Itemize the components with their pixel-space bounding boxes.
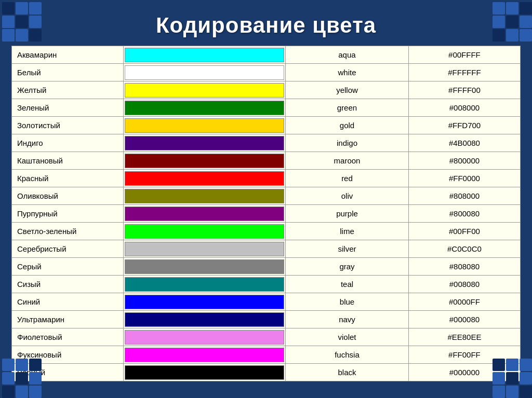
color-hex-code: #808080 bbox=[408, 258, 520, 276]
color-name-russian: Пурпурный bbox=[12, 205, 124, 223]
table-row: Белыйwhite#FFFFFF bbox=[12, 64, 521, 81]
corner-decoration-bottom-left bbox=[0, 356, 42, 398]
color-swatch bbox=[125, 330, 284, 345]
color-hex-code: #000080 bbox=[408, 311, 520, 328]
color-swatch-cell bbox=[124, 117, 286, 134]
color-name-russian: Фиолетовый bbox=[12, 328, 124, 346]
color-hex-code: #808000 bbox=[408, 187, 520, 205]
color-swatch-cell bbox=[124, 99, 286, 117]
color-hex-code: #FFD700 bbox=[408, 117, 520, 134]
color-swatch bbox=[125, 136, 284, 150]
color-swatch bbox=[125, 348, 284, 362]
color-swatch-cell bbox=[124, 64, 286, 81]
table-row: Фиолетовыйviolet#EE80EE bbox=[12, 328, 521, 346]
color-swatch bbox=[125, 295, 284, 309]
table-row: Пурпурныйpurple#800080 bbox=[12, 205, 521, 223]
color-swatch-cell bbox=[124, 205, 286, 223]
color-name-english: green bbox=[286, 99, 409, 117]
color-swatch-cell bbox=[124, 346, 286, 364]
color-hex-code: #008000 bbox=[408, 99, 520, 117]
color-swatch bbox=[125, 83, 284, 98]
color-swatch bbox=[125, 242, 284, 256]
color-name-russian: Ультрамарин bbox=[12, 311, 124, 328]
color-hex-code: #0000FF bbox=[408, 293, 520, 311]
color-swatch-cell bbox=[124, 187, 286, 205]
color-swatch-cell bbox=[124, 223, 286, 240]
table-row: Серыйgray#808080 bbox=[12, 258, 521, 276]
color-swatch-cell bbox=[124, 152, 286, 170]
table-row: Зеленыйgreen#008000 bbox=[12, 99, 521, 117]
color-hex-code: #FFFFFF bbox=[408, 64, 520, 81]
color-name-english: indigo bbox=[286, 134, 409, 152]
color-swatch bbox=[125, 259, 284, 274]
color-name-english: navy bbox=[286, 311, 409, 328]
table-row: Ультрамаринnavy#000080 bbox=[12, 311, 521, 328]
color-swatch-cell bbox=[124, 81, 286, 99]
color-name-english: white bbox=[286, 64, 409, 81]
color-hex-code: #800080 bbox=[408, 205, 520, 223]
color-name-english: maroon bbox=[286, 152, 409, 170]
color-swatch-cell bbox=[124, 170, 286, 187]
color-swatch bbox=[125, 101, 284, 115]
color-swatch-cell bbox=[124, 134, 286, 152]
color-swatch bbox=[125, 48, 284, 62]
color-hex-code: #00FFFF bbox=[408, 46, 520, 64]
corner-decoration-bottom-right bbox=[490, 356, 532, 398]
color-name-russian: Оливковый bbox=[12, 187, 124, 205]
color-name-russian: Аквамарин bbox=[12, 46, 124, 64]
color-name-russian: Желтый bbox=[12, 81, 124, 99]
color-name-russian: Серебристый bbox=[12, 240, 124, 258]
color-name-russian: Серый bbox=[12, 258, 124, 276]
table-row: Черныйblack#000000 bbox=[12, 364, 521, 381]
table-row: Серебристыйsilver#C0C0C0 bbox=[12, 240, 521, 258]
table-row: Светло-зеленыйlime#00FF00 bbox=[12, 223, 521, 240]
color-swatch bbox=[125, 277, 284, 292]
color-name-russian: Синий bbox=[12, 293, 124, 311]
color-hex-code: #800000 bbox=[408, 152, 520, 170]
table-row: Аквамаринaqua#00FFFF bbox=[12, 46, 521, 64]
color-hex-code: #4B0080 bbox=[408, 134, 520, 152]
color-table: Аквамаринaqua#00FFFFБелыйwhite#FFFFFFЖел… bbox=[11, 46, 521, 381]
table-row: Желтыйyellow#FFFF00 bbox=[12, 81, 521, 99]
color-name-russian: Золотистый bbox=[12, 117, 124, 134]
corner-decoration-top-right bbox=[490, 0, 532, 42]
color-name-english: gray bbox=[286, 258, 409, 276]
color-name-russian: Индиго bbox=[12, 134, 124, 152]
color-swatch bbox=[125, 171, 284, 186]
table-row: Каштановыйmaroon#800000 bbox=[12, 152, 521, 170]
color-hex-code: #00FF00 bbox=[408, 223, 520, 240]
table-row: Сизыйteal#008080 bbox=[12, 276, 521, 293]
color-name-english: lime bbox=[286, 223, 409, 240]
color-name-english: teal bbox=[286, 276, 409, 293]
color-swatch bbox=[125, 207, 284, 221]
color-name-russian: Белый bbox=[12, 64, 124, 81]
corner-decoration-top-left bbox=[0, 0, 42, 42]
color-name-english: red bbox=[286, 170, 409, 187]
color-swatch-cell bbox=[124, 328, 286, 346]
color-swatch bbox=[125, 189, 284, 203]
color-name-russian: Сизый bbox=[12, 276, 124, 293]
color-swatch bbox=[125, 312, 284, 327]
color-name-english: blue bbox=[286, 293, 409, 311]
color-name-english: black bbox=[286, 364, 409, 381]
color-swatch-cell bbox=[124, 240, 286, 258]
table-row: Оливковыйoliv#808000 bbox=[12, 187, 521, 205]
color-swatch bbox=[125, 65, 284, 80]
color-hex-code: #EE80EE bbox=[408, 328, 520, 346]
color-name-russian: Зеленый bbox=[12, 99, 124, 117]
color-hex-code: #FFFF00 bbox=[408, 81, 520, 99]
color-name-english: silver bbox=[286, 240, 409, 258]
color-swatch-cell bbox=[124, 293, 286, 311]
table-row: Золотистыйgold#FFD700 bbox=[12, 117, 521, 134]
color-swatch-cell bbox=[124, 311, 286, 328]
table-row: Синийblue#0000FF bbox=[12, 293, 521, 311]
color-hex-code: #008080 bbox=[408, 276, 520, 293]
color-swatch-cell bbox=[124, 258, 286, 276]
color-name-russian: Красный bbox=[12, 170, 124, 187]
color-swatch bbox=[125, 118, 284, 133]
color-swatch-cell bbox=[124, 276, 286, 293]
color-name-english: aqua bbox=[286, 46, 409, 64]
color-name-english: gold bbox=[286, 117, 409, 134]
color-name-english: fuchsia bbox=[286, 346, 409, 364]
color-swatch bbox=[125, 365, 284, 380]
